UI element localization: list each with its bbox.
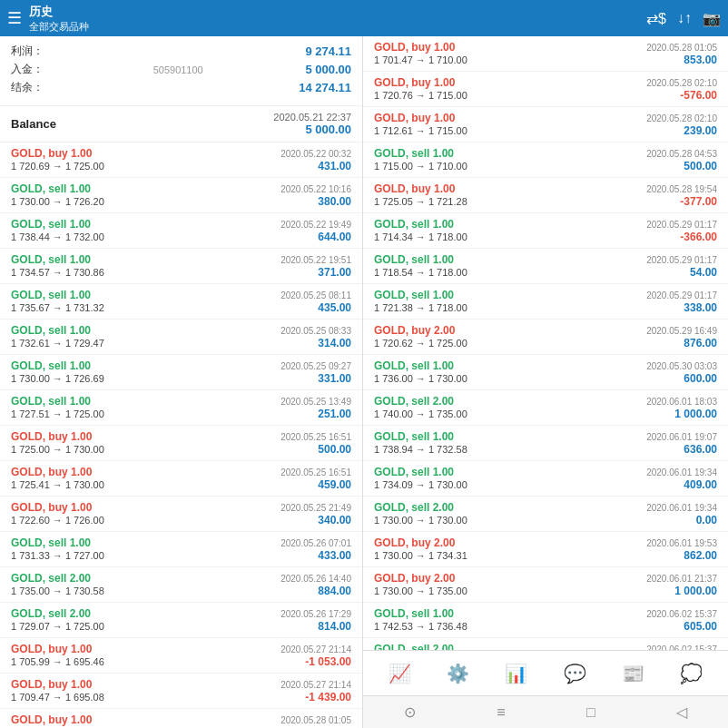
left-trade-item[interactable]: GOLD, sell 1.00 2020.05.25 09:27 1 730.0…	[0, 355, 362, 390]
trade-profit: 862.00	[684, 549, 717, 562]
right-trade-item[interactable]: GOLD, sell 1.00 2020.06.01 19:34 1 734.0…	[363, 461, 728, 497]
trade-profit: -1 439.00	[305, 691, 351, 703]
right-trade-item[interactable]: GOLD, buy 2.00 2020.06.01 19:53 1 730.00…	[363, 532, 728, 567]
balance-section: Balance 2020.05.21 22:37 5 000.00	[0, 106, 362, 143]
right-trade-item[interactable]: GOLD, sell 1.00 2020.05.30 03:03 1 736.0…	[363, 355, 728, 390]
right-trade-item[interactable]: GOLD, buy 2.00 2020.05.29 16:49 1 720.62…	[363, 320, 728, 355]
trade-date: 2020.06.01 18:03	[646, 397, 717, 407]
right-trade-item[interactable]: GOLD, sell 1.00 2020.05.28 04:53 1 715.0…	[363, 143, 728, 178]
left-trade-item[interactable]: GOLD, sell 1.00 2020.05.25 08:11 1 735.6…	[0, 284, 362, 320]
right-panel: GOLD, buy 1.00 2020.05.28 01:05 1 701.47…	[363, 36, 728, 728]
square-icon[interactable]: □	[586, 704, 595, 721]
left-trade-item[interactable]: GOLD, buy 1.00 2020.05.27 21:14 1 709.47…	[0, 674, 362, 709]
right-trade-item[interactable]: GOLD, sell 2.00 2020.06.02 15:37 1 739.7…	[363, 638, 728, 650]
trade-prices: 1 718.54 → 1 718.00	[374, 267, 467, 278]
nav-settings-icon[interactable]: ⚙️	[439, 659, 477, 688]
right-trade-item[interactable]: GOLD, sell 2.00 2020.06.01 18:03 1 740.0…	[363, 390, 728, 426]
left-trade-item[interactable]: GOLD, buy 1.00 2020.05.28 01:05 1 701.47…	[0, 709, 362, 728]
trade-prices: 1 720.76 → 1 715.00	[374, 90, 467, 101]
trade-date: 2020.05.28 01:05	[280, 715, 351, 725]
balance-amount: 5 000.00	[273, 123, 351, 136]
trade-prices: 1 732.61 → 1 729.47	[11, 338, 104, 349]
right-trade-item[interactable]: GOLD, sell 1.00 2020.06.02 15:37 1 742.5…	[363, 603, 728, 638]
trade-profit: 636.00	[684, 443, 717, 456]
trade-type: GOLD, sell 1.00	[374, 218, 454, 231]
left-trade-item[interactable]: GOLD, sell 1.00 2020.05.22 19:51 1 734.5…	[0, 249, 362, 284]
balance-row: 结余： 14 274.11	[11, 80, 351, 95]
trade-type: GOLD, sell 1.00	[11, 182, 91, 195]
right-trade-item[interactable]: GOLD, buy 1.00 2020.05.28 02:10 1 712.61…	[363, 107, 728, 143]
left-trade-item[interactable]: GOLD, buy 1.00 2020.05.25 21:49 1 722.60…	[0, 497, 362, 532]
nav-news-icon[interactable]: 📰	[615, 659, 652, 688]
trade-profit: 605.00	[684, 620, 717, 633]
trade-type: GOLD, sell 1.00	[11, 218, 91, 231]
nav-chart-icon[interactable]: 📈	[381, 659, 418, 688]
menu-icon[interactable]: ☰	[7, 8, 22, 28]
trade-profit: 435.00	[318, 301, 351, 314]
trade-type: GOLD, sell 1.00	[374, 607, 454, 620]
trade-prices: 1 709.47 → 1 695.08	[11, 692, 104, 703]
left-trade-item[interactable]: GOLD, sell 1.00 2020.05.22 19:49 1 738.4…	[0, 213, 362, 249]
trade-date: 2020.05.26 14:40	[280, 574, 351, 584]
right-trade-item[interactable]: GOLD, buy 2.00 2020.06.01 21:37 1 730.00…	[363, 567, 728, 603]
profit-value: 9 274.11	[305, 44, 351, 58]
trade-type: GOLD, buy 1.00	[11, 713, 92, 726]
trade-prices: 1 729.07 → 1 725.00	[11, 621, 104, 632]
trade-type: GOLD, sell 1.00	[11, 324, 91, 337]
trade-date: 2020.06.01 19:34	[646, 467, 717, 477]
trade-profit: 371.00	[318, 266, 351, 279]
trade-date: 2020.05.22 10:16	[280, 184, 351, 194]
trade-profit: 331.00	[318, 372, 351, 385]
trade-type: GOLD, sell 2.00	[374, 395, 454, 408]
left-trade-item[interactable]: GOLD, sell 2.00 2020.05.26 17:29 1 729.0…	[0, 603, 362, 638]
right-trade-item[interactable]: GOLD, sell 1.00 2020.06.01 19:07 1 738.9…	[363, 426, 728, 461]
trade-prices: 1 734.57 → 1 730.86	[11, 267, 104, 278]
trade-date: 2020.05.25 13:49	[280, 397, 351, 407]
nav-analytics-icon[interactable]: 📊	[497, 659, 535, 688]
home-icon[interactable]: ⊙	[404, 703, 416, 721]
exchange-icon[interactable]: ⇄$	[646, 10, 666, 27]
nav-message-icon[interactable]: 💬	[556, 659, 594, 688]
trade-type: GOLD, buy 1.00	[11, 678, 92, 691]
trade-profit: 54.00	[690, 266, 717, 279]
trade-profit: 500.00	[684, 160, 717, 172]
deposit-value: 5 000.00	[305, 63, 351, 76]
right-trade-item[interactable]: GOLD, buy 1.00 2020.05.28 01:05 1 701.47…	[363, 36, 728, 72]
menu-bar-icon[interactable]: ≡	[497, 704, 505, 721]
left-trade-item[interactable]: GOLD, sell 1.00 2020.05.22 10:16 1 730.0…	[0, 178, 362, 213]
right-trade-item[interactable]: GOLD, sell 1.00 2020.05.29 01:17 1 721.3…	[363, 284, 728, 320]
left-trade-item[interactable]: GOLD, buy 1.00 2020.05.25 16:51 1 725.41…	[0, 461, 362, 497]
nav-chat-icon[interactable]: 💭	[673, 659, 710, 688]
right-trade-item[interactable]: GOLD, sell 2.00 2020.06.01 19:34 1 730.0…	[363, 497, 728, 532]
trade-date: 2020.05.29 01:17	[646, 220, 717, 230]
camera-icon[interactable]: 📷	[703, 10, 721, 27]
trade-prices: 1 730.00 → 1 734.31	[374, 550, 467, 561]
back-icon[interactable]: ◁	[676, 703, 687, 721]
trade-type: GOLD, sell 1.00	[11, 395, 91, 408]
right-trade-item[interactable]: GOLD, sell 1.00 2020.05.29 01:17 1 714.3…	[363, 213, 728, 249]
right-trade-item[interactable]: GOLD, buy 1.00 2020.05.28 02:10 1 720.76…	[363, 72, 728, 107]
trade-prices: 1 740.00 → 1 735.00	[374, 408, 467, 419]
left-trade-item[interactable]: GOLD, sell 1.00 2020.05.25 08:33 1 732.6…	[0, 320, 362, 355]
trade-prices: 1 736.00 → 1 730.00	[374, 373, 467, 384]
left-trade-item[interactable]: GOLD, sell 2.00 2020.05.26 14:40 1 735.0…	[0, 567, 362, 603]
left-trade-item[interactable]: GOLD, sell 1.00 2020.05.25 13:49 1 727.5…	[0, 390, 362, 426]
sort-icon[interactable]: ↓↑	[677, 10, 692, 26]
trade-prices: 1 721.38 → 1 718.00	[374, 302, 467, 313]
trade-type: GOLD, buy 1.00	[11, 501, 92, 514]
right-trade-item[interactable]: GOLD, buy 1.00 2020.05.28 19:54 1 725.05…	[363, 178, 728, 213]
right-trade-item[interactable]: GOLD, sell 1.00 2020.05.29 01:17 1 718.5…	[363, 249, 728, 284]
trade-date: 2020.05.28 02:10	[646, 78, 717, 88]
left-trade-item[interactable]: GOLD, buy 1.00 2020.05.22 00:32 1 720.69…	[0, 143, 362, 178]
trade-prices: 1 715.00 → 1 710.00	[374, 161, 467, 172]
left-trade-item[interactable]: GOLD, sell 1.00 2020.05.26 07:01 1 731.3…	[0, 532, 362, 567]
trade-date: 2020.05.26 07:01	[280, 538, 351, 548]
trade-type: GOLD, sell 1.00	[11, 253, 91, 266]
trade-date: 2020.05.26 17:29	[280, 609, 351, 619]
left-trade-item[interactable]: GOLD, buy 1.00 2020.05.27 21:14 1 705.99…	[0, 638, 362, 674]
trade-type: GOLD, buy 1.00	[11, 430, 92, 443]
wechat-hint: 505901100	[153, 64, 203, 75]
left-trade-item[interactable]: GOLD, buy 1.00 2020.05.25 16:51 1 725.00…	[0, 426, 362, 461]
trade-profit: -366.00	[680, 231, 717, 243]
trade-profit: 431.00	[318, 160, 351, 172]
